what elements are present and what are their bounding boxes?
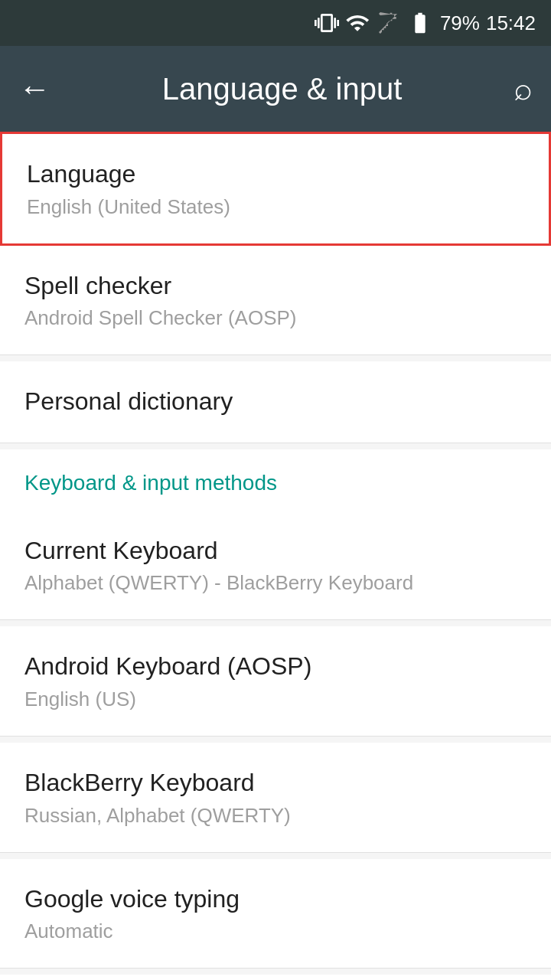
- language-item[interactable]: Language English (United States): [0, 132, 551, 246]
- current-keyboard-subtitle: Alphabet (QWERTY) - BlackBerry Keyboard: [24, 571, 527, 595]
- battery-percent: 79%: [440, 11, 480, 35]
- android-keyboard-title: Android Keyboard (AOSP): [24, 651, 527, 683]
- personal-dictionary-title: Personal dictionary: [24, 386, 527, 418]
- settings-list: Language English (United States) Spell c…: [0, 132, 551, 980]
- group-divider-2: [0, 443, 551, 449]
- back-button[interactable]: ←: [18, 70, 51, 107]
- google-voice-subtitle: Automatic: [24, 920, 527, 943]
- group-divider-4: [0, 737, 551, 743]
- signal-icon: [376, 11, 400, 35]
- app-bar-title: Language & input: [69, 72, 495, 106]
- group-divider-6: [0, 969, 551, 975]
- google-voice-item[interactable]: Google voice typing Automatic: [0, 859, 551, 969]
- spell-checker-title: Spell checker: [24, 270, 527, 302]
- personal-dictionary-item[interactable]: Personal dictionary: [0, 361, 551, 443]
- vibrate-icon: [315, 11, 339, 35]
- keyboard-section-header: Keyboard & input methods: [0, 449, 551, 511]
- spell-checker-item[interactable]: Spell checker Android Spell Checker (AOS…: [0, 246, 551, 356]
- wifi-icon: [345, 11, 370, 35]
- android-keyboard-item[interactable]: Android Keyboard (AOSP) English (US): [0, 626, 551, 737]
- keyboard-section-label: Keyboard & input methods: [24, 471, 277, 495]
- language-title: Language: [27, 158, 524, 191]
- blackberry-keyboard-item[interactable]: BlackBerry Keyboard Russian, Alphabet (Q…: [0, 743, 551, 853]
- android-keyboard-subtitle: English (US): [24, 688, 527, 711]
- battery-icon: [406, 11, 434, 35]
- status-bar: 79% 15:42: [0, 0, 551, 46]
- current-keyboard-item[interactable]: Current Keyboard Alphabet (QWERTY) - Bla…: [0, 511, 551, 621]
- spell-checker-subtitle: Android Spell Checker (AOSP): [24, 306, 527, 330]
- language-subtitle: English (United States): [27, 195, 524, 219]
- search-button[interactable]: ⌕: [514, 70, 533, 107]
- app-bar: ← Language & input ⌕: [0, 46, 551, 132]
- google-voice-title: Google voice typing: [24, 884, 527, 916]
- blackberry-keyboard-title: BlackBerry Keyboard: [24, 767, 527, 799]
- current-keyboard-title: Current Keyboard: [24, 535, 527, 567]
- group-divider-5: [0, 853, 551, 859]
- group-divider-3: [0, 620, 551, 626]
- time-display: 15:42: [486, 11, 536, 35]
- speech-section-header: Speech: [0, 975, 551, 980]
- group-divider-1: [0, 355, 551, 361]
- blackberry-keyboard-subtitle: Russian, Alphabet (QWERTY): [24, 804, 527, 828]
- status-icons: 79% 15:42: [315, 11, 536, 35]
